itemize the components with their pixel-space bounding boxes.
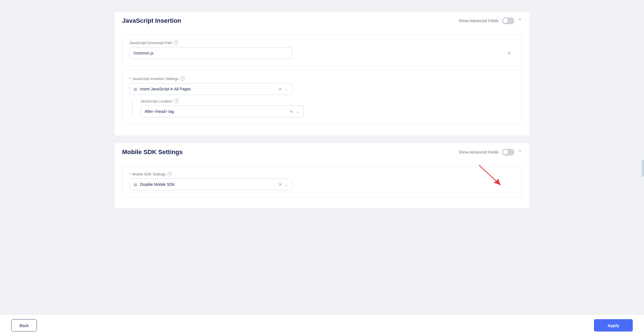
mobile-sdk-settings-select[interactable]: ▦ Disable Mobile SDK ✕ ⌄ xyxy=(129,179,292,190)
insertion-settings-value: Insert JavaScript in All Pages xyxy=(140,87,278,91)
mobile-sdk-settings-value: Disable Mobile SDK xyxy=(140,182,278,187)
mobile-sdk-header-right: Show Advanced Fields ⌃ xyxy=(459,149,522,156)
insertion-settings-actions: ✕ ⌄ xyxy=(278,86,288,92)
insertion-settings-chevron-icon[interactable]: ⌄ xyxy=(285,87,288,91)
javascript-insertion-section: JavaScript Insertion Show Advanced Field… xyxy=(114,11,530,136)
mobile-sdk-title: Mobile SDK Settings xyxy=(122,148,183,156)
mobile-sdk-settings-chevron-icon[interactable]: ⌄ xyxy=(285,182,288,187)
insertion-settings-group: * JavaScript Insertion Settings ? ▦ Inse… xyxy=(122,70,522,124)
download-path-group: JavaScript Download Path ? ✕ xyxy=(122,35,522,66)
insertion-settings-select-icon: ▦ xyxy=(134,87,137,91)
download-path-label: JavaScript Download Path ? xyxy=(129,40,515,45)
insertion-settings-help-icon[interactable]: ? xyxy=(180,76,185,81)
download-path-clear-icon[interactable]: ✕ xyxy=(507,51,511,56)
js-location-subfield: JavaScript Location ? After <head> tag ✕… xyxy=(132,99,515,117)
download-path-help-icon[interactable]: ? xyxy=(174,40,178,45)
scrollbar[interactable] xyxy=(642,160,644,177)
javascript-insertion-body: JavaScript Download Path ? ✕ * JavaScrip… xyxy=(114,29,530,136)
js-location-help-icon[interactable]: ? xyxy=(174,99,178,103)
mobile-sdk-settings-help-icon[interactable]: ? xyxy=(168,172,172,176)
js-advanced-toggle[interactable] xyxy=(502,17,514,24)
js-location-actions: ✕ ⌄ xyxy=(290,109,299,114)
mobile-sdk-section: Mobile SDK Settings Show Advanced Fields… xyxy=(114,143,530,209)
mobile-sdk-settings-clear-icon[interactable]: ✕ xyxy=(278,182,282,187)
insertion-settings-clear-icon[interactable]: ✕ xyxy=(278,86,282,92)
download-path-input-wrapper: ✕ xyxy=(129,47,515,59)
footer: Back Apply xyxy=(0,314,644,336)
js-location-chevron-icon[interactable]: ⌄ xyxy=(296,109,299,114)
back-button[interactable]: Back xyxy=(11,319,37,332)
apply-button[interactable]: Apply xyxy=(594,319,633,332)
sdk-show-advanced-label: Show Advanced Fields xyxy=(459,150,499,154)
page-container: JavaScript Insertion Show Advanced Field… xyxy=(114,6,530,244)
javascript-insertion-title: JavaScript Insertion xyxy=(122,17,181,24)
insertion-settings-select[interactable]: ▦ Insert JavaScript in All Pages ✕ ⌄ xyxy=(129,83,292,95)
download-path-input[interactable] xyxy=(129,47,292,59)
mobile-sdk-settings-select-icon: ▦ xyxy=(134,182,137,187)
sdk-collapse-chevron[interactable]: ⌃ xyxy=(518,149,522,155)
js-location-value: After <head> tag xyxy=(145,109,290,114)
javascript-insertion-header: JavaScript Insertion Show Advanced Field… xyxy=(114,12,530,29)
sdk-advanced-toggle[interactable] xyxy=(502,149,514,156)
mobile-sdk-settings-actions: ✕ ⌄ xyxy=(278,182,288,187)
mobile-sdk-settings-label: * Mobile SDK Settings ? xyxy=(129,172,515,176)
mobile-sdk-settings-group: * Mobile SDK Settings ? ▦ Disable Mobile… xyxy=(122,166,522,197)
mobile-sdk-header: Mobile SDK Settings Show Advanced Fields… xyxy=(114,143,530,160)
js-show-advanced-label: Show Advanced Fields xyxy=(459,19,499,23)
js-location-clear-icon[interactable]: ✕ xyxy=(290,109,293,114)
js-location-select[interactable]: After <head> tag ✕ ⌄ xyxy=(141,106,304,117)
insertion-settings-label: * JavaScript Insertion Settings ? xyxy=(129,76,515,81)
mobile-sdk-body: * Mobile SDK Settings ? ▦ Disable Mobile… xyxy=(114,160,530,209)
js-collapse-chevron[interactable]: ⌃ xyxy=(518,18,522,24)
js-location-label: JavaScript Location ? xyxy=(141,99,515,103)
javascript-insertion-header-right: Show Advanced Fields ⌃ xyxy=(459,17,522,24)
